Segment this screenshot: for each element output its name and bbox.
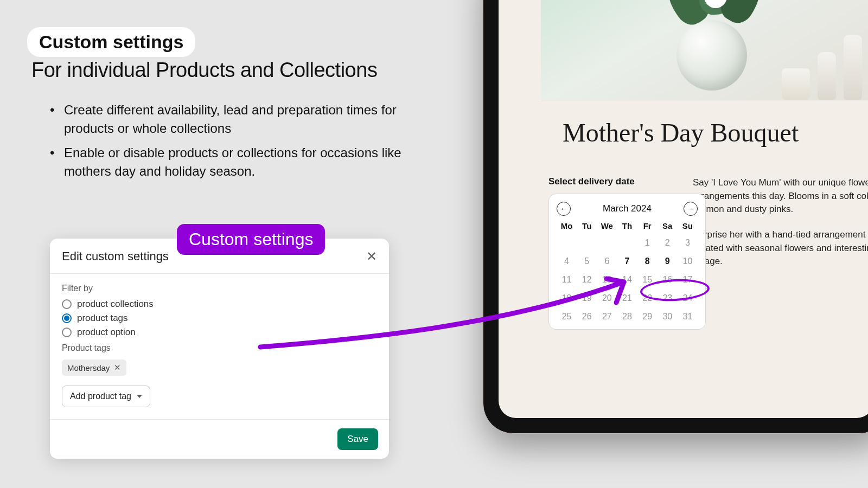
calendar-day: 27 xyxy=(597,310,617,324)
calendar-dow: We xyxy=(597,220,617,232)
remove-tag-icon[interactable]: ✕ xyxy=(114,363,121,373)
radio-label: product tags xyxy=(77,313,128,324)
calendar-day: 19 xyxy=(577,291,597,305)
calendar-day: 26 xyxy=(577,310,597,324)
radio-product-tags[interactable]: product tags xyxy=(62,313,377,324)
calendar-next-button[interactable]: → xyxy=(684,202,698,216)
calendar-day: 10 xyxy=(678,254,698,268)
calendar-day: 29 xyxy=(637,310,658,324)
chevron-down-icon xyxy=(137,395,142,398)
calendar-grid: MoTuWeThFrSaSu12345678910111213141516171… xyxy=(557,220,698,324)
promo-pill: Custom settings xyxy=(27,27,195,57)
calendar-day: 4 xyxy=(557,254,577,268)
vase-illustration xyxy=(666,0,758,91)
candle-illustration xyxy=(782,68,810,100)
tag-chip-mothersday[interactable]: Mothersday ✕ xyxy=(62,359,126,376)
promo-bullet-1: Create different availability, lead and … xyxy=(50,101,419,137)
calendar-day: 2 xyxy=(658,236,678,250)
calendar-dow: Su xyxy=(678,220,698,232)
calendar-day: 13 xyxy=(597,273,617,287)
calendar-day: 6 xyxy=(597,254,617,268)
tag-chip-label: Mothersday xyxy=(67,363,110,373)
product-image xyxy=(541,0,868,100)
calendar-dow: Tu xyxy=(577,220,597,232)
calendar-dow: Sa xyxy=(658,220,678,232)
calendar-day: 31 xyxy=(678,310,698,324)
radio-icon xyxy=(62,313,72,323)
calendar-day[interactable]: 9 xyxy=(658,254,678,268)
calendar-dow: Th xyxy=(617,220,637,232)
radio-icon xyxy=(62,299,72,309)
promo-bullet-2: Enable or disable products or collection… xyxy=(50,144,419,180)
product-title: Mother's Day Bouquet xyxy=(563,118,799,147)
filter-by-label: Filter by xyxy=(62,284,377,293)
calendar-day: 12 xyxy=(577,273,597,287)
calendar-day: 20 xyxy=(597,291,617,305)
calendar-day: 1 xyxy=(637,236,658,250)
calendar-day[interactable]: 7 xyxy=(617,254,637,268)
calendar-day: 18 xyxy=(557,291,577,305)
calendar-day: 11 xyxy=(557,273,577,287)
calendar-day: 30 xyxy=(658,310,678,324)
calendar-day[interactable]: 8 xyxy=(637,254,658,268)
save-button[interactable]: Save xyxy=(337,428,378,450)
calendar-day: 28 xyxy=(617,310,637,324)
radio-icon xyxy=(62,328,72,337)
custom-settings-badge: Custom settings xyxy=(177,224,325,255)
radio-product-option[interactable]: product option xyxy=(62,327,377,338)
bottle-illustration xyxy=(844,35,862,100)
add-product-tag-button[interactable]: Add product tag xyxy=(62,386,150,407)
select-delivery-date-label: Select delivery date xyxy=(548,176,635,187)
close-icon[interactable]: ✕ xyxy=(366,250,377,263)
calendar-day: 25 xyxy=(557,310,577,324)
bottle-illustration xyxy=(818,52,836,100)
calendar-day: 5 xyxy=(577,254,597,268)
radio-product-collections[interactable]: product collections xyxy=(62,299,377,310)
product-desc-1: Say 'I Love You Mum' with our unique flo… xyxy=(693,176,868,216)
calendar-month-label: March 2024 xyxy=(603,203,652,214)
calendar-prev-button[interactable]: ← xyxy=(557,202,571,216)
calendar-day: 21 xyxy=(617,291,637,305)
edit-custom-settings-modal: Edit custom settings ✕ Filter by product… xyxy=(50,239,389,459)
promo-subhead: For individual Products and Collections xyxy=(31,59,377,82)
product-desc-2: Surprise her with a hand-tied arrangemen… xyxy=(693,228,868,268)
product-tags-label: Product tags xyxy=(62,343,377,353)
calendar-day: 3 xyxy=(678,236,698,250)
promo-bullets: Create different availability, lead and … xyxy=(50,101,419,187)
modal-title: Edit custom settings xyxy=(62,249,169,264)
delivery-date-calendar: ← March 2024 → MoTuWeThFrSaSu12345678910… xyxy=(548,194,706,330)
radio-label: product option xyxy=(77,327,136,338)
product-description: Say 'I Love You Mum' with our unique flo… xyxy=(693,176,868,280)
calendar-day: 14 xyxy=(617,273,637,287)
radio-label: product collections xyxy=(77,299,154,310)
calendar-dow: Fr xyxy=(637,220,658,232)
tablet-device: Mother's Day Bouquet Select delivery dat… xyxy=(483,0,868,434)
calendar-dow: Mo xyxy=(557,220,577,232)
add-tag-label: Add product tag xyxy=(70,391,131,401)
product-page: Mother's Day Bouquet Select delivery dat… xyxy=(499,0,868,418)
